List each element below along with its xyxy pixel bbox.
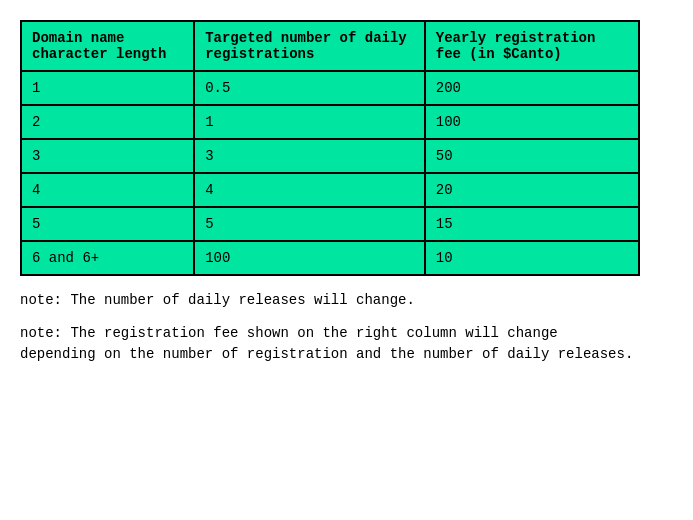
cell-daily-4: 5 xyxy=(194,207,425,241)
registration-table: Domain name character length Targeted nu… xyxy=(20,20,640,276)
cell-length-0: 1 xyxy=(21,71,194,105)
cell-fee-1: 100 xyxy=(425,105,639,139)
cell-length-3: 4 xyxy=(21,173,194,207)
header-fee: Yearly registration fee (in $Canto) xyxy=(425,21,639,71)
cell-length-1: 2 xyxy=(21,105,194,139)
cell-daily-2: 3 xyxy=(194,139,425,173)
cell-length-5: 6 and 6+ xyxy=(21,241,194,275)
main-table-container: Domain name character length Targeted nu… xyxy=(20,20,640,276)
table-row: 21100 xyxy=(21,105,639,139)
header-daily: Targeted number of daily registrations xyxy=(194,21,425,71)
header-length: Domain name character length xyxy=(21,21,194,71)
cell-length-2: 3 xyxy=(21,139,194,173)
table-row: 6 and 6+10010 xyxy=(21,241,639,275)
cell-daily-0: 0.5 xyxy=(194,71,425,105)
table-row: 5515 xyxy=(21,207,639,241)
note-2: note: The registration fee shown on the … xyxy=(20,323,640,365)
table-row: 4420 xyxy=(21,173,639,207)
cell-daily-1: 1 xyxy=(194,105,425,139)
table-header-row: Domain name character length Targeted nu… xyxy=(21,21,639,71)
notes-section: note: The number of daily releases will … xyxy=(20,290,640,365)
cell-length-4: 5 xyxy=(21,207,194,241)
cell-fee-4: 15 xyxy=(425,207,639,241)
cell-fee-5: 10 xyxy=(425,241,639,275)
cell-fee-2: 50 xyxy=(425,139,639,173)
cell-daily-3: 4 xyxy=(194,173,425,207)
table-row: 10.5200 xyxy=(21,71,639,105)
note-1: note: The number of daily releases will … xyxy=(20,290,640,311)
cell-daily-5: 100 xyxy=(194,241,425,275)
cell-fee-0: 200 xyxy=(425,71,639,105)
table-row: 3350 xyxy=(21,139,639,173)
cell-fee-3: 20 xyxy=(425,173,639,207)
